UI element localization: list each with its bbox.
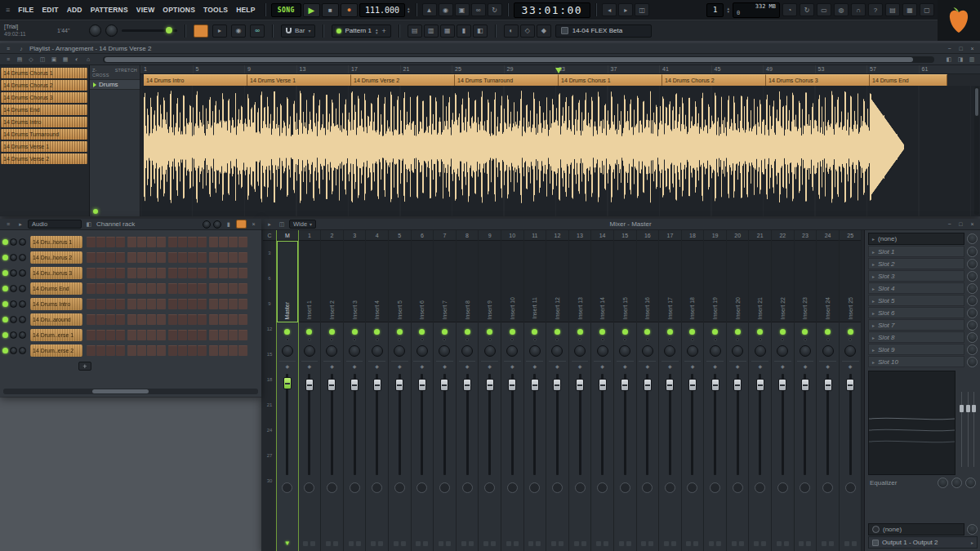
- mute-led[interactable]: [599, 329, 605, 335]
- channel-enable-led[interactable]: [2, 301, 8, 307]
- channel-row[interactable]: 14 Dru..horus 1: [0, 234, 261, 250]
- audio-clip[interactable]: 14 Drums Chorus 1: [559, 74, 662, 86]
- rack-menu-icon[interactable]: ≡: [3, 220, 13, 229]
- pattern-selector[interactable]: Pattern 1 ▴▾ +: [332, 24, 390, 38]
- draw-tool-icon[interactable]: ◇: [26, 56, 36, 64]
- mute-led[interactable]: [284, 329, 290, 335]
- strip-route-icons[interactable]: [596, 541, 608, 546]
- strip-label-zone[interactable]: Insert 21: [749, 241, 771, 322]
- solo-dot[interactable]: [510, 338, 514, 341]
- mixer-insert-strip[interactable]: 12 Insert 12 ◆: [546, 230, 569, 551]
- stereo-separation-knob[interactable]: ◆: [308, 363, 312, 370]
- eq-mid-knob[interactable]: [951, 478, 962, 488]
- rack-scrollbar[interactable]: [3, 389, 258, 394]
- stereo-separation-knob[interactable]: ◆: [578, 363, 582, 370]
- volume-fader[interactable]: [434, 372, 456, 477]
- master-pitch-slider[interactable]: [122, 29, 177, 32]
- picker-clip[interactable]: 14 Drums Intro: [1, 117, 87, 127]
- fader-handle[interactable]: [463, 379, 471, 391]
- fx-slot[interactable]: ▸ Slot 10: [868, 356, 964, 367]
- snap-selector[interactable]: Bar ▾: [281, 24, 315, 38]
- eq-mid-slider[interactable]: [966, 392, 970, 467]
- strip-route-icons[interactable]: [551, 541, 564, 546]
- mute-led[interactable]: [780, 329, 786, 335]
- pan-knob[interactable]: [506, 345, 518, 357]
- audio-clip[interactable]: 14 Drums Verse 2: [351, 74, 455, 86]
- stereo-separation-knob[interactable]: ◆: [488, 363, 492, 370]
- fx-slot-knob[interactable]: [529, 482, 540, 493]
- stereo-separation-knob[interactable]: ◆: [713, 363, 717, 370]
- channel-volume-knob[interactable]: [19, 347, 26, 354]
- fx-slot[interactable]: ▸ Slot 4: [868, 282, 964, 294]
- strip-label-zone[interactable]: Insert 15: [614, 241, 636, 322]
- pan-knob[interactable]: [597, 345, 608, 357]
- channel-volume-knob[interactable]: [19, 254, 26, 261]
- mute-led[interactable]: [825, 329, 831, 335]
- strip-route-icons[interactable]: [303, 541, 315, 546]
- mixer-insert-strip[interactable]: 9 Insert 9 ◆: [479, 230, 501, 551]
- eq-high-knob[interactable]: [965, 478, 976, 488]
- volume-fader[interactable]: [591, 372, 613, 477]
- audio-clip[interactable]: 14 Drums Turnaround: [455, 74, 559, 86]
- mixer-detach-icon[interactable]: ◫: [277, 220, 287, 229]
- tempo-spinner[interactable]: ▴▾: [407, 7, 411, 13]
- close-button[interactable]: ×: [249, 220, 258, 228]
- volume-fader[interactable]: [704, 372, 726, 477]
- solo-dot[interactable]: [376, 338, 379, 341]
- strip-route-icons[interactable]: [732, 541, 744, 546]
- controller-icon[interactable]: ▦: [902, 3, 917, 16]
- fader-handle[interactable]: [395, 379, 403, 391]
- mute-led[interactable]: [374, 329, 380, 335]
- channel-enable-led[interactable]: [2, 332, 8, 338]
- mute-led[interactable]: [487, 329, 492, 335]
- stereo-separation-knob[interactable]: ◆: [353, 363, 357, 370]
- step-sequencer[interactable]: [87, 299, 247, 309]
- channel-enable-led[interactable]: [2, 255, 8, 260]
- strip-label-zone[interactable]: Insert 16: [637, 241, 659, 322]
- headphones-icon[interactable]: ∩: [851, 3, 866, 16]
- solo-dot[interactable]: [849, 338, 852, 341]
- fader-handle[interactable]: [486, 379, 494, 391]
- mixer-insert-strip[interactable]: 7 Insert 7 ◆: [434, 230, 457, 551]
- fx-slot-knob[interactable]: [777, 482, 788, 493]
- fader-handle[interactable]: [711, 379, 719, 391]
- link-controllers-icon[interactable]: ∞: [250, 24, 265, 38]
- fader-handle[interactable]: [553, 379, 561, 391]
- mute-led[interactable]: [622, 329, 628, 335]
- mute-led[interactable]: [644, 329, 650, 335]
- solo-dot[interactable]: [578, 338, 581, 341]
- minimize-button[interactable]: −: [945, 220, 954, 228]
- pan-knob[interactable]: [574, 345, 586, 357]
- slot-mix-knob[interactable]: [967, 308, 978, 318]
- mute-led[interactable]: [465, 329, 470, 335]
- audio-clip[interactable]: 14 Drums Intro: [144, 74, 247, 86]
- timeline-ruler[interactable]: 15913172125293337414549535761: [140, 65, 980, 74]
- fader-handle[interactable]: [508, 379, 516, 391]
- close-button[interactable]: ×: [968, 220, 977, 228]
- song-pattern-toggle[interactable]: SONG: [271, 3, 301, 17]
- pan-knob[interactable]: [282, 345, 293, 357]
- pan-knob[interactable]: [755, 345, 766, 357]
- stereo-separation-knob[interactable]: ◆: [285, 363, 289, 370]
- mute-led[interactable]: [712, 329, 718, 335]
- audio-clip[interactable]: 14 Drums Verse 1: [247, 74, 351, 86]
- fx-slot-knob[interactable]: [665, 482, 675, 493]
- fx-slot[interactable]: ▸ Slot 5: [868, 295, 964, 306]
- stereo-separation-knob[interactable]: ◆: [555, 363, 559, 370]
- mixer-insert-strip[interactable]: 3 Insert 3 ◆: [344, 230, 367, 551]
- fx-slot-knob[interactable]: [710, 482, 720, 493]
- volume-fader[interactable]: [389, 372, 411, 477]
- mixer-insert-strip[interactable]: 6 Insert 6 ◆: [412, 230, 434, 551]
- mixer-insert-strip[interactable]: 4 Insert 4 ◆: [366, 230, 389, 551]
- rack-detach-icon[interactable]: ▸: [16, 220, 25, 229]
- strip-label-zone[interactable]: Insert 7: [434, 241, 456, 322]
- time-display[interactable]: 33:01:00: [514, 2, 591, 18]
- punch-icon[interactable]: ◫: [635, 3, 649, 16]
- volume-fader[interactable]: [299, 372, 321, 477]
- solo-dot[interactable]: [286, 338, 289, 341]
- playlist-titlebar[interactable]: ≡ ♪ Playlist - Arrangement - 14 Drums Ve…: [0, 43, 980, 54]
- scrollbar-handle[interactable]: [975, 88, 978, 116]
- mute-led[interactable]: [577, 329, 583, 335]
- solo-dot[interactable]: [421, 338, 424, 341]
- step-sequencer[interactable]: [87, 237, 247, 247]
